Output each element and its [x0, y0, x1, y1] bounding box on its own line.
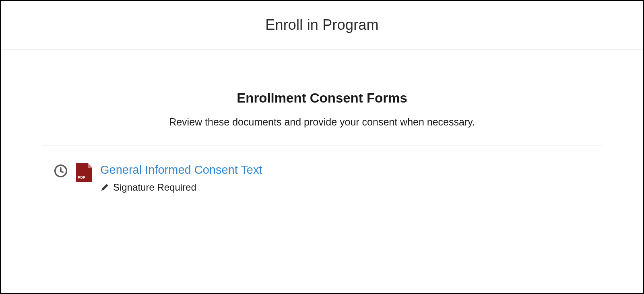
main-content: Enrollment Consent Forms Review these do… [1, 50, 643, 293]
document-status-row: Signature Required [100, 182, 262, 193]
pdf-file-icon: PDF [76, 163, 92, 182]
pdf-badge-label: PDF [78, 175, 86, 179]
clock-icon [54, 164, 68, 178]
page-title: Enroll in Program [1, 16, 643, 33]
app-frame: Enroll in Program Enrollment Consent For… [0, 0, 644, 294]
pen-icon [100, 183, 109, 192]
document-text-block: General Informed Consent Text Signature … [100, 163, 262, 193]
section-title: Enrollment Consent Forms [237, 90, 407, 106]
page-header: Enroll in Program [1, 1, 643, 50]
section-subtitle: Review these documents and provide your … [169, 116, 475, 128]
document-title-link[interactable]: General Informed Consent Text [100, 163, 262, 177]
document-row: PDF General Informed Consent Text Signat… [54, 163, 590, 193]
document-status-label: Signature Required [113, 182, 196, 193]
documents-card: PDF General Informed Consent Text Signat… [42, 146, 602, 293]
